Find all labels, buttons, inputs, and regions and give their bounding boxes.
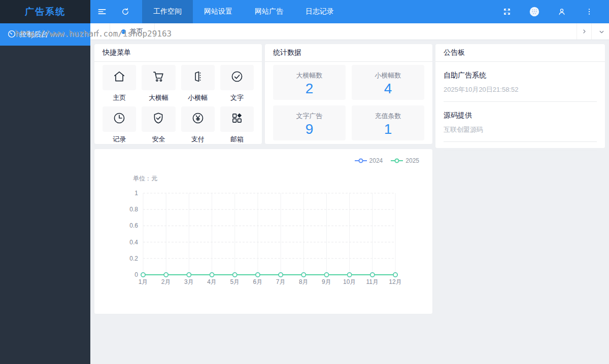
svg-text:9月: 9月 bbox=[322, 278, 331, 285]
revenue-chart-panel: 2024 2025 单位：元 00.20.40.60.811月2月3月4月5月6… bbox=[94, 149, 433, 314]
quick-item-security[interactable]: 安全 bbox=[142, 106, 175, 148]
speedometer-icon bbox=[7, 29, 16, 40]
line-chart-svg: 00.20.40.60.811月2月3月4月5月6月7月8月9月10月11月12… bbox=[94, 149, 433, 314]
chevron-right-icon[interactable] bbox=[577, 23, 592, 40]
cart-icon bbox=[152, 70, 165, 85]
app-window: 广告系统 控制后台 工作空间 网站设置 网站广告 日志记录 bbox=[0, 0, 609, 364]
user-icon[interactable] bbox=[550, 0, 573, 23]
sidebar-item-label: 控制后台 bbox=[20, 30, 48, 39]
svg-text:6月: 6月 bbox=[253, 278, 263, 285]
stat-card-small-banner: 小横幅数 4 bbox=[352, 65, 424, 100]
navbar-right-icons bbox=[495, 0, 609, 23]
menu-item-site-ads[interactable]: 网站广告 bbox=[244, 0, 294, 23]
quick-item-pay[interactable]: 支付 bbox=[181, 106, 215, 148]
collapse-menu-icon[interactable] bbox=[90, 0, 114, 23]
quick-item-small-banner[interactable]: 小横幅 bbox=[181, 65, 215, 106]
tab-home-label: 首页 bbox=[130, 27, 143, 36]
svg-text:0.8: 0.8 bbox=[129, 206, 138, 213]
svg-text:7月: 7月 bbox=[276, 278, 286, 285]
menu-item-logs[interactable]: 日志记录 bbox=[294, 0, 345, 23]
svg-text:4月: 4月 bbox=[207, 278, 217, 285]
svg-text:0.4: 0.4 bbox=[129, 239, 138, 246]
svg-text:3月: 3月 bbox=[184, 278, 194, 285]
svg-text:8月: 8月 bbox=[299, 278, 309, 285]
notice-body: 自助广告系统 2025年10月20日21:58:52 源码提供 互联创盟源码 bbox=[435, 62, 605, 151]
tab-active-dot bbox=[121, 29, 126, 34]
yen-circle-icon bbox=[191, 112, 205, 127]
check-circle-icon bbox=[230, 70, 244, 85]
content-area: 快捷菜单 主页 大横幅 bbox=[90, 40, 609, 364]
tab-home[interactable]: 首页 bbox=[110, 23, 155, 40]
svg-text:0.2: 0.2 bbox=[129, 255, 138, 262]
stats-grid: 大横幅数 2 小横幅数 4 文字广告 9 充值条数 1 bbox=[265, 62, 432, 140]
svg-text:2月: 2月 bbox=[161, 278, 171, 285]
fullscreen-icon[interactable] bbox=[495, 0, 519, 23]
stat-value: 9 bbox=[273, 122, 346, 137]
main-menu: 工作空间 网站设置 网站广告 日志记录 bbox=[142, 0, 345, 23]
apps-grid-icon bbox=[230, 112, 244, 127]
menu-item-workspace[interactable]: 工作空间 bbox=[142, 0, 193, 23]
svg-text:10月: 10月 bbox=[343, 278, 356, 285]
sidebar-item-console[interactable]: 控制后台 bbox=[0, 23, 90, 46]
clock-icon bbox=[113, 112, 126, 127]
svg-text:1月: 1月 bbox=[139, 278, 148, 285]
menu-item-site-settings[interactable]: 网站设置 bbox=[193, 0, 244, 23]
chevron-left-icon[interactable] bbox=[90, 23, 106, 40]
avatar[interactable] bbox=[523, 0, 546, 23]
quick-item-home[interactable]: 主页 bbox=[103, 65, 136, 106]
shield-check-icon bbox=[152, 112, 165, 127]
home-icon bbox=[113, 70, 126, 85]
svg-text:0.6: 0.6 bbox=[129, 222, 138, 229]
top-navbar: 工作空间 网站设置 网站广告 日志记录 bbox=[90, 0, 609, 23]
chevron-down-icon[interactable] bbox=[594, 23, 609, 40]
stat-card-big-banner: 大横幅数 2 bbox=[273, 65, 346, 100]
notice-entry: 自助广告系统 2025年10月20日21:58:52 bbox=[444, 62, 597, 102]
app-logo: 广告系统 bbox=[0, 0, 90, 23]
notice-entry: 源码提供 互联创盟源码 bbox=[444, 102, 597, 142]
tags-nav-bar: 首页 bbox=[90, 23, 609, 40]
stat-value: 2 bbox=[273, 81, 346, 97]
stat-value: 1 bbox=[352, 122, 424, 137]
banner-door-icon bbox=[191, 70, 205, 85]
quick-menu-title: 快捷菜单 bbox=[94, 44, 262, 62]
svg-text:0: 0 bbox=[134, 271, 138, 278]
svg-text:11月: 11月 bbox=[366, 278, 379, 285]
notice-title: 公告板 bbox=[435, 44, 605, 62]
stats-title: 统计数据 bbox=[265, 44, 432, 62]
notice-divider bbox=[444, 142, 597, 151]
refresh-icon[interactable] bbox=[114, 0, 137, 23]
stat-value: 4 bbox=[352, 81, 424, 97]
quick-item-records[interactable]: 记录 bbox=[103, 106, 136, 148]
svg-text:12月: 12月 bbox=[389, 278, 401, 285]
notice-panel: 公告板 自助广告系统 2025年10月20日21:58:52 源码提供 互联创盟… bbox=[435, 44, 605, 149]
tabs-controls bbox=[577, 23, 609, 40]
svg-text:5月: 5月 bbox=[230, 278, 240, 285]
more-vertical-icon[interactable] bbox=[578, 0, 601, 23]
quick-item-text[interactable]: 文字 bbox=[220, 65, 254, 106]
quick-item-big-banner[interactable]: 大横幅 bbox=[142, 65, 175, 106]
stat-card-text-ads: 文字广告 9 bbox=[273, 105, 346, 140]
stats-panel: 统计数据 大横幅数 2 小横幅数 4 文字广告 9 充值条数 1 bbox=[264, 44, 433, 144]
quick-menu-grid: 主页 大横幅 小横幅 bbox=[94, 62, 262, 148]
quick-item-mailbox[interactable]: 邮箱 bbox=[220, 106, 254, 148]
svg-text:1: 1 bbox=[134, 190, 138, 197]
quick-menu-panel: 快捷菜单 主页 大横幅 bbox=[94, 44, 262, 144]
stat-card-recharge: 充值条数 1 bbox=[352, 105, 424, 140]
sidebar: 广告系统 控制后台 bbox=[0, 0, 90, 364]
